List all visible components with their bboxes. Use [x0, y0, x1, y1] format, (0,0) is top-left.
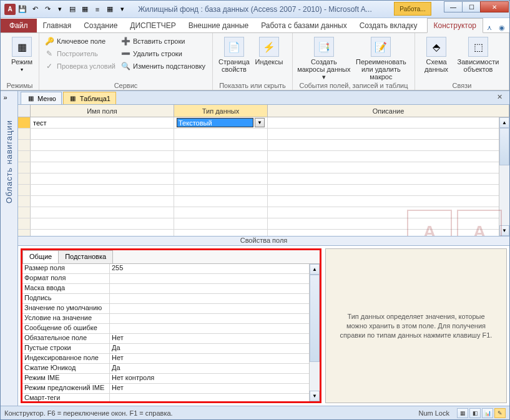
primary-key-button[interactable]: 🔑Ключевое поле: [43, 36, 119, 47]
relationships-button[interactable]: ⬘ Схема данных: [419, 34, 454, 89]
description-cell[interactable]: [268, 162, 509, 173]
property-value[interactable]: [110, 314, 320, 323]
description-cell[interactable]: [268, 129, 509, 139]
property-value[interactable]: Нет: [110, 334, 320, 343]
fieldname-cell[interactable]: [31, 151, 174, 162]
props-scrollbar[interactable]: ▲ ▼: [309, 264, 320, 401]
datatype-cell[interactable]: [174, 151, 268, 162]
fieldname-cell[interactable]: [31, 129, 174, 139]
property-value[interactable]: Нет: [110, 354, 320, 363]
fieldname-cell[interactable]: тест: [31, 117, 174, 128]
row-selector-header[interactable]: [18, 105, 31, 117]
fieldname-cell[interactable]: [31, 140, 174, 150]
property-row[interactable]: Сообщение об ошибке: [22, 324, 320, 334]
fieldname-cell[interactable]: [31, 173, 174, 184]
property-value[interactable]: Да: [110, 364, 320, 373]
grid-scrollbar[interactable]: ▲ ▼: [499, 117, 509, 236]
datatype-cell[interactable]: Текстовый ▼: [174, 117, 268, 128]
scroll-down-icon[interactable]: ▼: [499, 225, 509, 236]
row-selector[interactable]: [18, 196, 31, 207]
insert-rows-button[interactable]: ➕Вставить строки: [119, 36, 208, 47]
field-row-empty[interactable]: [18, 230, 509, 236]
property-row[interactable]: Размер поля255: [22, 264, 320, 274]
create-macros-button[interactable]: 📑 Создать макросы данных ▾: [297, 34, 351, 89]
qat-custom4-icon[interactable]: ▦: [104, 4, 115, 15]
scroll-thumb[interactable]: [499, 128, 509, 165]
fieldname-cell[interactable]: [31, 162, 174, 173]
datatype-combo[interactable]: Текстовый ▼: [177, 118, 265, 127]
row-selector[interactable]: [18, 129, 31, 139]
maximize-button[interactable]: ☐: [462, 1, 481, 12]
datatype-cell[interactable]: [174, 185, 268, 195]
save-icon[interactable]: 💾: [17, 4, 28, 15]
datatype-cell[interactable]: [174, 162, 268, 173]
scroll-thumb[interactable]: [310, 275, 320, 362]
row-selector[interactable]: [18, 218, 31, 229]
rename-macro-button[interactable]: 📝 Переименовать или удалить макрос: [351, 34, 411, 89]
property-row[interactable]: Формат поля: [22, 274, 320, 284]
delete-rows-button[interactable]: ➖Удалить строки: [119, 48, 208, 59]
qat-custom2-icon[interactable]: ▦: [79, 4, 91, 15]
pivot-view-button[interactable]: ◧: [469, 408, 481, 418]
chevron-down-icon[interactable]: ▼: [255, 118, 265, 127]
property-value[interactable]: [110, 294, 320, 303]
property-row[interactable]: Режим IMEНет контроля: [22, 374, 320, 384]
chart-view-button[interactable]: 📊: [482, 408, 493, 418]
datatype-cell[interactable]: [174, 140, 268, 150]
fieldname-cell[interactable]: [31, 218, 174, 229]
tab-dbtools[interactable]: Работа с базами данных: [255, 19, 353, 32]
indexes-button[interactable]: ⚡ Индексы: [252, 34, 287, 89]
tab-create[interactable]: Создание: [77, 19, 124, 32]
field-row-empty[interactable]: [18, 162, 509, 173]
tab-general[interactable]: Общие: [22, 250, 59, 263]
datatype-cell[interactable]: [174, 230, 268, 236]
row-selector[interactable]: [18, 140, 31, 150]
tab-external[interactable]: Внешние данные: [182, 19, 255, 32]
description-cell[interactable]: [268, 173, 509, 184]
datatype-cell[interactable]: [174, 207, 268, 218]
property-value[interactable]: 255: [110, 264, 320, 273]
row-selector[interactable]: [18, 162, 31, 173]
row-selector[interactable]: [18, 173, 31, 184]
scroll-up-icon[interactable]: ▲: [499, 117, 509, 128]
property-row[interactable]: Условие на значение: [22, 314, 320, 324]
property-value[interactable]: [110, 394, 320, 401]
help-icon[interactable]: ◉: [497, 22, 507, 32]
property-value[interactable]: [110, 284, 320, 293]
tab-newtab[interactable]: Создать вкладку: [353, 19, 424, 32]
tab-lookup[interactable]: Подстановка: [58, 250, 113, 263]
description-cell[interactable]: [268, 140, 509, 150]
property-row[interactable]: Режим предложений IMEНет: [22, 384, 320, 394]
row-selector[interactable]: [18, 207, 31, 218]
fieldname-cell[interactable]: [31, 196, 174, 207]
design-view-button[interactable]: ✎: [494, 408, 506, 418]
redo-icon[interactable]: ↷: [42, 4, 53, 15]
datatype-cell[interactable]: [174, 196, 268, 207]
row-selector[interactable]: [18, 230, 31, 236]
col-fieldname[interactable]: Имя поля: [31, 105, 174, 117]
property-row[interactable]: Индексированное полеНет: [22, 354, 320, 364]
qat-dropdown-icon[interactable]: ▾: [117, 4, 128, 15]
scroll-down-icon[interactable]: ▼: [310, 391, 320, 401]
doc-tab-table1[interactable]: ▦Таблица1: [63, 92, 116, 104]
doc-tab-menu[interactable]: ▦Меню: [21, 92, 62, 104]
col-description[interactable]: Описание: [268, 105, 509, 117]
fieldname-cell[interactable]: [31, 185, 174, 195]
scroll-up-icon[interactable]: ▲: [310, 264, 320, 275]
minimize-ribbon-icon[interactable]: ⋏: [484, 22, 494, 32]
property-sheet-button[interactable]: 📄 Страница свойств: [217, 34, 252, 89]
description-cell[interactable]: [268, 151, 509, 162]
field-row-empty[interactable]: [18, 218, 509, 230]
description-cell[interactable]: [268, 117, 509, 128]
fieldname-cell[interactable]: [31, 207, 174, 218]
nav-pane[interactable]: » Область навигации: [1, 91, 18, 406]
property-value[interactable]: [110, 324, 320, 333]
qat-custom3-icon[interactable]: ≡: [92, 4, 103, 15]
field-row-empty[interactable]: [18, 196, 509, 207]
qat-more-icon[interactable]: ▾: [54, 4, 66, 15]
field-row-empty[interactable]: [18, 151, 509, 162]
modify-lookup-button[interactable]: 🔍Изменить подстановку: [119, 61, 208, 72]
datatype-value[interactable]: Текстовый: [177, 118, 253, 127]
field-row[interactable]: тест Текстовый ▼: [18, 117, 509, 129]
close-document-button[interactable]: ✕: [497, 93, 507, 103]
